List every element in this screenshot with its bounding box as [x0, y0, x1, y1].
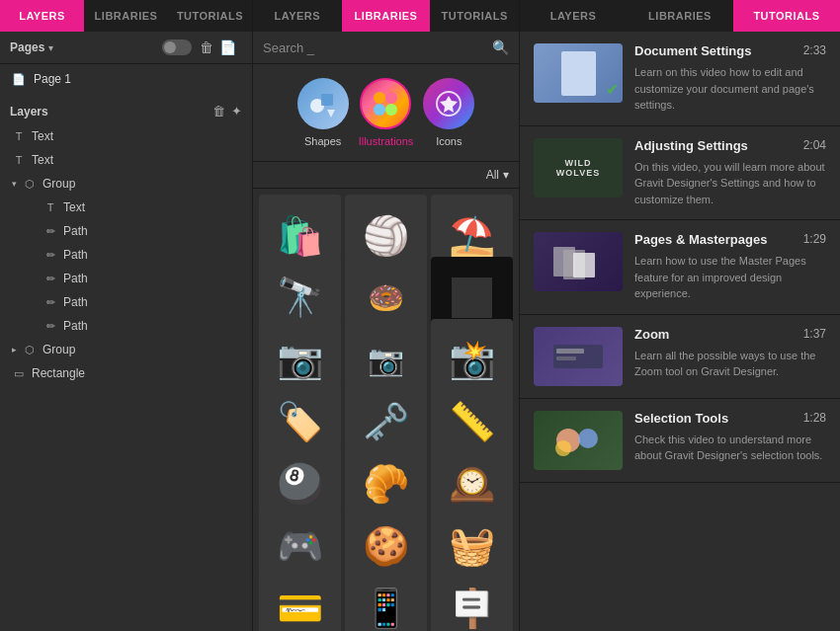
grid-item-19[interactable]: 📱 [345, 567, 427, 631]
layer-path-2[interactable]: ✏ Path [0, 243, 252, 267]
right-tab-tutorials[interactable]: TUTORIALS [733, 0, 840, 32]
icons-label: Icons [436, 135, 462, 147]
page-icon: 📄 [12, 73, 26, 86]
category-shapes[interactable]: Shapes [297, 78, 349, 147]
svg-point-4 [385, 92, 397, 104]
category-illustrations[interactable]: Illustrations [359, 78, 414, 147]
tutorial-info-4: Selection Tools 1:28 Check this video to… [634, 411, 826, 470]
left-tab-libraries[interactable]: LIBRARIES [84, 0, 168, 32]
chevron-right-icon: ▸ [12, 345, 17, 355]
tutorial-title-row-4: Selection Tools 1:28 [634, 411, 826, 426]
tutorial-title-0: Document Settings [634, 43, 751, 58]
layer-text-2[interactable]: T Text [0, 148, 252, 172]
mid-tab-layers[interactable]: LAYERS [253, 0, 342, 32]
layer-path-4[interactable]: ✏ Path [0, 290, 252, 314]
tutorial-duration-0: 2:33 [803, 43, 826, 57]
layer-path-1[interactable]: ✏ Path [0, 219, 252, 243]
illustrations-grid: 🛍️ 🏐 ⛱️ 🔭 🍩 📷 📷 📸 🏷️ 🗝️ 📏 🎱 🥐 🕰️ 🎮 🍪 🧺 💳… [253, 189, 519, 631]
category-icons[interactable]: Icons [423, 78, 474, 147]
search-input[interactable] [263, 40, 492, 55]
tutorial-duration-3: 1:37 [803, 327, 826, 341]
layer-path-5[interactable]: ✏ Path [0, 314, 252, 338]
mid-tab-bar: LAYERS LIBRARIES TUTORIALS [253, 0, 519, 32]
svg-point-6 [385, 104, 397, 116]
tutorial-item-1[interactable]: WILD WOLVES Adjusting Settings 2:04 On t… [520, 126, 840, 221]
tutorial-info-3: Zoom 1:37 Learn all the possible ways to… [634, 327, 826, 386]
tutorial-list: ✔ Document Settings 2:33 Learn on this v… [520, 32, 840, 631]
page-name: Page 1 [34, 72, 71, 86]
completed-icon: ✔ [606, 80, 619, 99]
layer-label: Path [63, 319, 88, 333]
tutorial-title-row-1: Adjusting Settings 2:04 [634, 138, 826, 153]
tutorial-title-3: Zoom [634, 327, 669, 342]
tutorial-title-row-3: Zoom 1:37 [634, 327, 826, 342]
layer-label: Rectangle [32, 366, 85, 380]
grid-item-20[interactable]: 🪧 [431, 567, 513, 631]
search-icon[interactable]: 🔍 [492, 39, 509, 55]
layers-title: Layers [10, 105, 207, 118]
tutorial-title-2: Pages & Masterpages [634, 232, 767, 247]
layer-label: Path [63, 295, 88, 309]
search-bar: 🔍 [253, 32, 519, 64]
pages-toggle[interactable] [162, 39, 192, 55]
right-tab-layers[interactable]: LAYERS [520, 0, 627, 32]
svg-point-17 [555, 440, 571, 456]
layer-text-1[interactable]: T Text [0, 124, 252, 148]
tutorial-title-1: Adjusting Settings [634, 138, 748, 153]
toggle-thumb [164, 41, 176, 53]
left-tab-bar: LAYERS LIBRARIES TUTORIALS [0, 0, 252, 32]
tutorial-title-row-0: Document Settings 2:33 [634, 43, 826, 58]
doc-thumbnail [561, 51, 596, 96]
svg-rect-14 [556, 356, 576, 360]
left-tab-layers[interactable]: LAYERS [0, 0, 84, 32]
path-icon: ✏ [43, 225, 57, 238]
tutorial-duration-2: 1:29 [803, 232, 826, 246]
grid-item-18[interactable]: 💳 [259, 567, 341, 631]
tutorial-title-row-2: Pages & Masterpages 1:29 [634, 232, 826, 247]
layer-label: Text [32, 153, 53, 167]
mid-tab-tutorials[interactable]: TUTORIALS [430, 0, 519, 32]
text-icon: T [12, 154, 26, 166]
tutorial-thumb-2 [534, 232, 623, 291]
svg-marker-2 [327, 110, 335, 118]
path-icon: ✏ [43, 249, 57, 262]
filter-row: All ▾ [253, 162, 519, 189]
text-icon: T [43, 201, 57, 213]
right-tab-bar: LAYERS LIBRARIES TUTORIALS [520, 0, 840, 32]
tutorial-item-4[interactable]: Selection Tools 1:28 Check this video to… [520, 399, 840, 483]
tutorial-thumb-1: WILD WOLVES [534, 138, 623, 197]
tutorial-item-0[interactable]: ✔ Document Settings 2:33 Learn on this v… [520, 32, 840, 126]
add-layer-icon[interactable]: ✦ [231, 104, 242, 118]
icons-icon-circle [423, 78, 474, 129]
shapes-label: Shapes [304, 135, 341, 147]
layer-group-1[interactable]: ▾ ⬡ Group [0, 172, 252, 196]
filter-label: All [486, 168, 499, 182]
page-item[interactable]: 📄 Page 1 [0, 64, 252, 94]
filter-select[interactable]: All ▾ [486, 168, 509, 182]
layer-label: Path [63, 224, 88, 238]
rectangle-icon: ▭ [12, 367, 26, 380]
left-panel: LAYERS LIBRARIES TUTORIALS Pages ▾ 🗑 📄 📄… [0, 0, 253, 631]
tutorial-desc-4: Check this video to understand more abou… [634, 432, 826, 464]
right-tab-libraries[interactable]: LIBRARIES [627, 0, 733, 32]
tutorial-desc-2: Learn how to use the Master Pages featur… [634, 253, 826, 302]
chevron-down-icon[interactable]: ▾ [48, 42, 53, 53]
left-tab-tutorials[interactable]: TUTORIALS [168, 0, 252, 32]
layer-label: Text [63, 200, 85, 214]
tutorial-item-2[interactable]: Pages & Masterpages 1:29 Learn how to us… [520, 220, 840, 315]
layer-path-3[interactable]: ✏ Path [0, 267, 252, 290]
layer-rectangle[interactable]: ▭ Rectangle [0, 361, 252, 385]
mid-tab-libraries[interactable]: LIBRARIES [342, 0, 431, 32]
delete-layer-icon[interactable]: 🗑 [212, 104, 225, 118]
tutorial-item-3[interactable]: Zoom 1:37 Learn all the possible ways to… [520, 315, 840, 399]
layers-section: Layers 🗑 ✦ T Text T Text ▾ ⬡ Group T Tex… [0, 94, 252, 385]
layer-group-2[interactable]: ▸ ⬡ Group [0, 338, 252, 361]
chevron-down-icon: ▾ [12, 179, 17, 189]
delete-icon[interactable]: 🗑 [200, 39, 213, 55]
add-page-icon[interactable]: 📄 [219, 39, 236, 55]
right-panel: LAYERS LIBRARIES TUTORIALS ✔ Document Se… [520, 0, 840, 631]
group-icon: ⬡ [23, 344, 37, 356]
layer-text-3[interactable]: T Text [0, 196, 252, 219]
mid-panel: LAYERS LIBRARIES TUTORIALS 🔍 Shapes [253, 0, 520, 631]
tutorial-info-0: Document Settings 2:33 Learn on this vid… [634, 43, 826, 114]
